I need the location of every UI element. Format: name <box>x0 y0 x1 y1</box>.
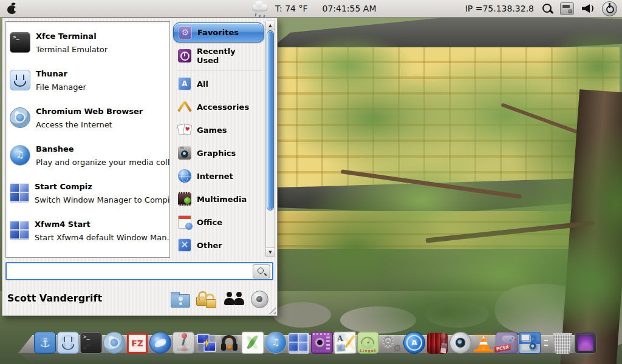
app-list-item[interactable]: Banshee Play and organize your media col… <box>6 136 169 174</box>
shutdown-icon[interactable] <box>248 289 270 309</box>
filezilla-icon <box>127 333 148 354</box>
category-item-multimedia[interactable]: Multimedia <box>173 187 264 211</box>
weather-rain <box>255 13 256 16</box>
app-title: Thunar <box>36 69 86 78</box>
graphics-icon <box>178 146 191 160</box>
category-label: Multimedia <box>197 195 247 204</box>
app-list-item[interactable]: Xfwm4 Start Start Xfwm4 default Window M… <box>6 212 169 249</box>
lock-screen-icon[interactable] <box>196 289 217 309</box>
dock-item-terminal[interactable] <box>80 332 102 354</box>
app-list-item[interactable]: Thunar File Manager <box>6 61 169 99</box>
webcam-app-icon <box>449 332 471 354</box>
app-subtitle: File Manager <box>36 83 86 92</box>
dock-item-docky-anchor[interactable] <box>34 332 56 354</box>
compiz-icon <box>10 183 29 203</box>
category-label: Internet <box>197 172 233 181</box>
scroll-up-arrow-icon[interactable]: ▲ <box>266 21 275 30</box>
desktop: Lingot PCSX <box>0 0 622 364</box>
category-item-all[interactable]: All <box>173 72 264 95</box>
dock-item-bluebird-app[interactable] <box>149 332 171 354</box>
search-box <box>5 262 273 280</box>
category-item-games[interactable]: Games <box>173 118 264 141</box>
app-subtitle: Access the Internet <box>36 120 143 129</box>
switch-user-icon[interactable] <box>224 289 245 309</box>
dock-item-webcam-app[interactable] <box>449 332 471 354</box>
category-scrollbar[interactable]: ▲ ▼ <box>265 21 275 257</box>
trash-icon <box>552 333 573 354</box>
application-menu: Xfce Terminal Terminal Emulator Thunar F… <box>2 18 278 316</box>
app-subtitle: Start Xfwm4 default Window Man… <box>35 233 166 242</box>
user-name: Scott Vandergrift <box>7 292 102 304</box>
category-label: Office <box>197 218 222 227</box>
category-separator <box>177 70 261 70</box>
dock-item-compiz-windows[interactable] <box>288 333 310 354</box>
category-item-favorites[interactable]: Favorites <box>173 22 264 42</box>
app-text: Chromium Web Browser Access the Internet <box>36 107 143 129</box>
apple-menu-icon[interactable] <box>7 3 16 14</box>
compiz-windows-icon <box>289 333 309 354</box>
app-text: Xfce Terminal Terminal Emulator <box>36 32 108 54</box>
dock-item-filezilla[interactable] <box>126 333 148 354</box>
system-settings-gears-icon <box>381 333 402 354</box>
search-button[interactable] <box>253 265 270 278</box>
dock-item-headphones-audio[interactable] <box>219 333 241 354</box>
search-input[interactable] <box>8 265 253 279</box>
compiz-icon <box>10 221 29 240</box>
joystick-app-icon <box>173 332 194 354</box>
favorites-icon <box>179 26 192 39</box>
dock-item-office-documents[interactable] <box>334 332 356 354</box>
category-label: Games <box>197 126 227 135</box>
weather-icon[interactable] <box>251 2 269 15</box>
wallpaper-rock <box>273 302 331 328</box>
card-reader-icon[interactable] <box>560 2 574 15</box>
app-subtitle: Terminal Emulator <box>36 45 108 54</box>
dock-item-photo-booth[interactable] <box>426 333 448 354</box>
dock-item-photo-manager[interactable] <box>519 332 541 354</box>
scrollbar-thumb[interactable] <box>267 30 274 211</box>
scroll-down-arrow-icon[interactable]: ▼ <box>266 248 275 257</box>
dock-item-display-settings[interactable] <box>575 332 596 354</box>
display-settings-icon <box>575 332 596 354</box>
dock-item-vlc-player[interactable] <box>473 333 494 354</box>
media-player-purple-icon <box>311 332 333 354</box>
category-item-accessories[interactable]: Accessories <box>173 95 264 118</box>
home-folder-icon[interactable] <box>169 289 191 309</box>
dock-item-media-player-purple[interactable] <box>311 332 333 354</box>
dock-item-lingot-tuner[interactable]: Lingot <box>357 332 379 354</box>
app-list-item[interactable]: Start Compiz Switch Window Manager to Co… <box>6 174 169 212</box>
top-menubar: T: 74 °F 07:41:55 AM IP =75.138.32.8 <box>0 0 622 18</box>
category-item-internet[interactable]: Internet <box>173 164 264 187</box>
dock-item-system-settings-gears[interactable] <box>380 333 402 354</box>
dock-item-feather-editor[interactable] <box>242 332 264 354</box>
category-item-other[interactable]: Other <box>173 234 264 257</box>
app-text: Xfwm4 Start Start Xfwm4 default Window M… <box>35 220 166 242</box>
terminal-icon <box>80 332 102 354</box>
photo-manager-icon <box>519 332 541 354</box>
docky-anchor-icon <box>34 332 56 354</box>
terminal-icon <box>10 32 30 53</box>
headphones-audio-icon <box>219 333 240 354</box>
app-title: Xfwm4 Start <box>35 220 166 229</box>
power-icon[interactable] <box>602 1 617 16</box>
dock-item-trash[interactable] <box>552 333 573 354</box>
dock-item-file-manager[interactable] <box>57 332 79 354</box>
search-icon[interactable] <box>542 3 552 14</box>
category-item-graphics[interactable]: Graphics <box>173 141 264 164</box>
banshee-media-icon <box>265 332 287 354</box>
dock-item-joystick-app[interactable] <box>173 332 194 354</box>
dock-item-chromium-browser[interactable] <box>103 332 125 354</box>
dock-item-network-computers[interactable] <box>196 333 217 354</box>
games-icon <box>178 123 191 136</box>
thunar-icon <box>10 70 30 90</box>
dock-item-pcsx-emulator[interactable]: PCSX <box>496 332 518 354</box>
app-text: Thunar File Manager <box>36 69 86 92</box>
ip-address-label: IP =75.138.32.8 <box>465 4 534 13</box>
dock-item-app-store[interactable] <box>403 332 425 354</box>
volume-icon[interactable] <box>582 4 594 13</box>
category-item-office[interactable]: Office <box>173 211 264 234</box>
dock-item-banshee-media[interactable] <box>265 332 287 354</box>
app-list-item[interactable]: Xfce Terminal Terminal Emulator <box>6 24 169 61</box>
category-item-recently-used[interactable]: Recently Used <box>173 44 264 67</box>
app-list-item[interactable]: Chromium Web Browser Access the Internet <box>6 99 169 136</box>
dock-icon-label: PCSX <box>494 344 511 353</box>
